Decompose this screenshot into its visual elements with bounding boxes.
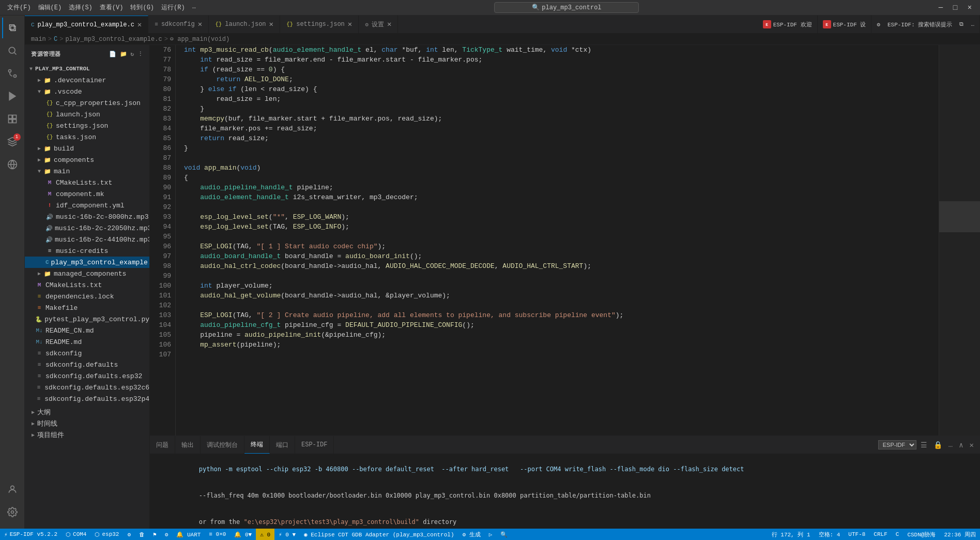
maximize-button[interactable]: □	[949, 2, 961, 14]
panel-lock-icon[interactable]: 🔒	[931, 440, 944, 451]
list-item[interactable]: ▼ 📁 main	[25, 166, 149, 177]
collapse-all-icon[interactable]: ⋮	[137, 51, 144, 57]
status-esp-idf[interactable]: ⚡ ESP-IDF v5.2.2	[0, 529, 62, 540]
title-search-box[interactable]: 🔍 play_mp3_control	[494, 2, 639, 13]
list-item[interactable]: {} launch.json	[25, 109, 149, 120]
more-actions-button[interactable]: …	[968, 19, 977, 30]
esp-idf-search-button[interactable]: ESP-IDF: 搜索错误提示	[884, 19, 955, 30]
list-item[interactable]: ≡ sdkconfig.defaults.esp32	[25, 370, 149, 382]
panel-terminal-content[interactable]: python -m esptool --chip esp32 -b 460800…	[150, 454, 980, 529]
list-item[interactable]: ▶ 📁 components	[25, 154, 149, 166]
panel-maximize-icon[interactable]: ∧	[957, 440, 965, 451]
list-item[interactable]: ▼ 📁 .vscode	[25, 86, 149, 97]
refresh-icon[interactable]: ↻	[130, 51, 134, 57]
list-item[interactable]: ▶ 📁 .devcontainer	[25, 74, 149, 86]
menu-more[interactable]: …	[189, 2, 199, 13]
esp-idf-config-tab[interactable]: E ESP-IDF 设	[818, 16, 872, 33]
status-warnings[interactable]: ⚠ 0	[256, 529, 274, 540]
menu-selection[interactable]: 选择(S)	[66, 2, 96, 13]
active-file-item[interactable]: C play_mp3_control_example.c	[25, 257, 149, 268]
list-item[interactable]: 🐍 pytest_play_mp3_control.py	[25, 313, 149, 325]
tab-sdkconfig[interactable]: ≡ sdkconfig ✕	[148, 16, 209, 33]
list-item[interactable]: ≡ music-credits	[25, 245, 149, 257]
new-file-icon[interactable]: 📄	[109, 51, 117, 57]
sidebar-item-extensions[interactable]	[2, 109, 23, 129]
menu-goto[interactable]: 转到(G)	[127, 2, 157, 13]
panel-tab-output[interactable]: 输出	[175, 436, 201, 454]
list-item[interactable]: ≡ sdkconfig.defaults	[25, 359, 149, 370]
sidebar-item-source-control[interactable]	[2, 63, 23, 84]
settings-gear-icon[interactable]	[2, 502, 23, 522]
tab-play-mp3-control[interactable]: C play_mp3_control_example.c ✕	[25, 16, 148, 33]
list-item[interactable]: ▶ 项目组件	[25, 429, 149, 441]
status-build[interactable]: ⚙ 生成	[458, 529, 485, 540]
sidebar-item-remote[interactable]	[2, 154, 23, 175]
breadcrumb-function[interactable]: ⊖ app_main(void)	[170, 35, 229, 43]
panel-tab-terminal[interactable]: 终端	[244, 436, 270, 454]
sidebar-item-run-debug[interactable]	[2, 86, 23, 107]
split-editor-button[interactable]: ⧉	[956, 19, 967, 30]
status-0x0[interactable]: ≡ 0×0	[205, 529, 230, 540]
status-eol[interactable]: CRLF	[869, 529, 891, 540]
esp-idf-select[interactable]: ESP-IDF	[878, 440, 916, 449]
minimap[interactable]	[939, 45, 980, 436]
account-icon[interactable]	[2, 479, 23, 500]
menu-view[interactable]: 查看(V)	[97, 2, 127, 13]
tab-close-button[interactable]: ✕	[269, 21, 273, 28]
list-item[interactable]: M CMakeLists.txt	[25, 177, 149, 188]
close-button[interactable]: ×	[963, 2, 976, 14]
tab-close-button[interactable]: ✕	[348, 21, 352, 28]
minimize-button[interactable]: ─	[935, 2, 947, 14]
menu-edit[interactable]: 编辑(E)	[35, 2, 65, 13]
panel-tab-ports[interactable]: 端口	[270, 436, 295, 454]
tab-close-button[interactable]: ✕	[387, 21, 391, 28]
list-item[interactable]: M CMakeLists.txt	[25, 279, 149, 291]
status-com4[interactable]: ⬡ COM4	[62, 529, 90, 540]
new-folder-icon[interactable]: 📁	[120, 51, 128, 57]
status-chip[interactable]: ⬡ esp32	[90, 529, 123, 540]
tab-close-button[interactable]: ✕	[198, 21, 202, 28]
list-item[interactable]: ≡ Makefile	[25, 302, 149, 313]
menu-file[interactable]: 文件(F)	[4, 2, 34, 13]
status-encoding[interactable]: UTF-8	[844, 529, 869, 540]
list-item[interactable]: 🔊 music-16b-2c-44100hz.mp3	[25, 234, 149, 245]
minimap-slider[interactable]	[939, 201, 980, 232]
status-settings2[interactable]: ⚙	[161, 529, 173, 540]
list-item[interactable]: {} c_cpp_properties.json	[25, 97, 149, 109]
status-flag[interactable]: ⚑	[149, 529, 161, 540]
esp-idf-welcome-tab[interactable]: E ESP-IDF 欢迎	[758, 16, 818, 33]
list-item[interactable]: ▶ 时间线	[25, 418, 149, 429]
list-item[interactable]: M↓ README_CN.md	[25, 325, 149, 336]
status-uart[interactable]: 🔔 UART	[172, 529, 205, 540]
tab-close-button[interactable]: ✕	[137, 21, 142, 28]
breadcrumb-file[interactable]: play_mp3_control_example.c	[65, 36, 162, 43]
list-item[interactable]: {} tasks.json	[25, 131, 149, 143]
panel-tab-esp-idf[interactable]: ESP-IDF	[295, 436, 334, 454]
list-item[interactable]: 🔊 music-16b-2c-22050hz.mp3	[25, 222, 149, 234]
status-spaces[interactable]: 空格: 4	[815, 529, 845, 540]
status-line-col[interactable]: 行 172, 列 1	[768, 529, 815, 540]
panel-list-view-icon[interactable]: ☰	[918, 440, 929, 451]
list-item[interactable]: ▶ 大纲	[25, 407, 149, 418]
panel-tab-debug-console[interactable]: 调试控制台	[201, 436, 244, 454]
status-language[interactable]: C	[892, 529, 904, 540]
list-item[interactable]: ≡ sdkconfig	[25, 348, 149, 359]
gear-button[interactable]: ⚙	[874, 19, 883, 30]
status-errors[interactable]: ⚡ 0 ▼	[274, 529, 300, 540]
panel-close-icon[interactable]: ✕	[968, 440, 976, 451]
list-item[interactable]: M↓ README.md	[25, 336, 149, 348]
list-item[interactable]: 🔊 music-16b-2c-8000hz.mp3	[25, 211, 149, 222]
list-item[interactable]: ! idf_component.yml	[25, 200, 149, 211]
list-item[interactable]: ≡ dependencies.lock	[25, 291, 149, 302]
status-bell-0[interactable]: 🔔 0▼	[230, 529, 256, 540]
code-editor[interactable]: 76 77 78 79 80 81 82 83 84 85 86 87 88 8…	[150, 45, 980, 436]
status-search2[interactable]: 🔍	[496, 529, 512, 540]
sidebar-item-esp-idf[interactable]: 1	[2, 131, 23, 152]
list-item[interactable]: ≡ sdkconfig.defaults.esp32p4	[25, 393, 149, 404]
status-debugger[interactable]: ◉ Eclipse CDT GDB Adapter (play_mp3_cont…	[300, 529, 458, 540]
tab-settings-json[interactable]: {} settings.json ✕	[280, 16, 359, 33]
status-run[interactable]: ▷	[485, 529, 497, 540]
breadcrumb-main[interactable]: main	[31, 36, 46, 43]
sidebar-item-explorer[interactable]: ⧉	[2, 18, 23, 38]
status-trash[interactable]: 🗑	[135, 529, 149, 540]
